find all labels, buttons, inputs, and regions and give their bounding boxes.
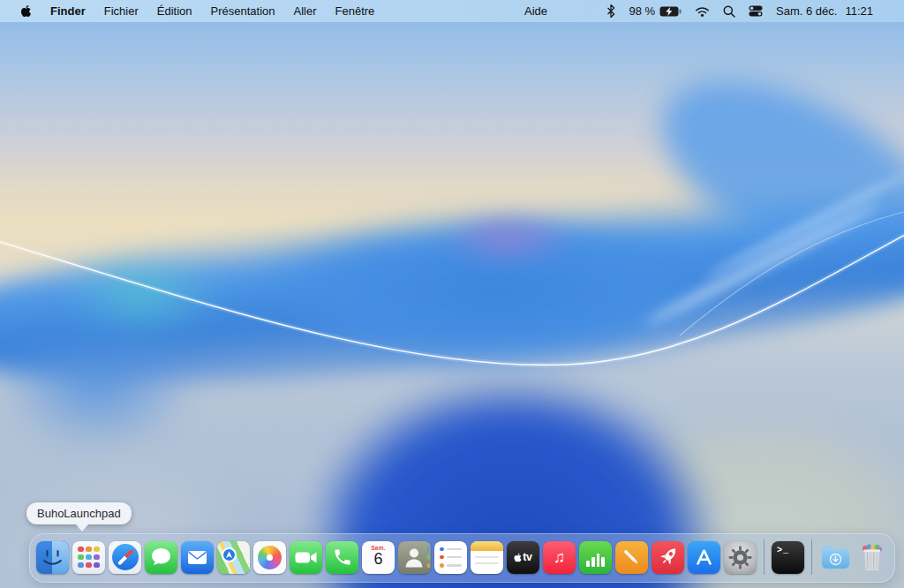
contacts-tab	[427, 554, 430, 560]
dock-icon-app-store[interactable]	[688, 541, 720, 574]
battery-status[interactable]: 98 %	[629, 4, 682, 18]
apple-logo-icon	[20, 4, 32, 18]
control-center-icon[interactable]	[749, 5, 763, 17]
dock-icon-facetime[interactable]	[290, 541, 322, 574]
launchpad-grid-icon	[78, 547, 100, 569]
search-icon[interactable]	[723, 5, 735, 18]
apple-menu[interactable]	[20, 0, 32, 22]
dock-icon-numbers[interactable]	[579, 541, 612, 574]
person-silhouette-icon	[398, 541, 431, 574]
wallpaper	[0, 0, 904, 588]
trash-full-icon	[855, 541, 888, 574]
wifi-icon[interactable]	[695, 5, 710, 17]
dock-icon-terminal[interactable]: >_	[772, 541, 804, 574]
menu-edition[interactable]: Édition	[157, 0, 192, 22]
dock-icon-maps[interactable]	[217, 541, 250, 574]
photos-flower-center	[267, 554, 273, 561]
contacts-tab	[427, 547, 430, 552]
dock-icon-reminders[interactable]	[434, 541, 467, 574]
maps-navigation-icon	[222, 547, 237, 562]
gear-icon	[724, 541, 757, 574]
dock-icon-apple-tv[interactable]: tv	[507, 541, 539, 574]
envelope-icon	[181, 541, 214, 574]
pen-icon	[615, 541, 648, 574]
menu-aide[interactable]: Aide	[524, 0, 547, 22]
download-arrow-icon	[819, 541, 852, 574]
bar-chart-icon	[586, 554, 605, 567]
dock-icon-messages[interactable]	[145, 541, 177, 574]
chat-bubble-icon	[145, 541, 177, 574]
dock-icon-pages[interactable]	[615, 541, 648, 574]
dock-icon-buholaunchpad[interactable]	[72, 541, 105, 574]
menu-bar: Finder Fichier Édition Présentation Alle…	[0, 0, 904, 22]
dock-icon-calendar[interactable]: Sam. 6	[362, 541, 395, 574]
menu-status-group: 98 % Sam. 6 déc. 11:21	[606, 0, 904, 22]
notes-line	[475, 562, 499, 565]
dock-icon-notes[interactable]	[471, 541, 503, 574]
contacts-tab	[427, 563, 430, 569]
menubar-clock[interactable]: Sam. 6 déc. 11:21	[776, 4, 873, 18]
clock-date: Sam. 6 déc.	[776, 4, 837, 18]
dock-icon-phone[interactable]	[326, 541, 358, 574]
dock-separator	[764, 539, 765, 575]
dock-icon-downloads[interactable]	[819, 541, 852, 574]
dock-tooltip: BuhoLaunchpad	[26, 502, 132, 524]
music-note-icon: ♫	[554, 548, 566, 567]
apple-tv-label: tv	[523, 551, 532, 563]
desktop: Finder Fichier Édition Présentation Alle…	[0, 0, 904, 588]
menu-finder[interactable]: Finder	[50, 0, 86, 22]
wallpaper-wave-lines	[0, 0, 904, 588]
dock-icon-mail[interactable]	[181, 541, 214, 574]
reminders-list-icon	[440, 547, 462, 568]
notes-header-band	[471, 541, 503, 551]
battery-percent: 98 %	[629, 4, 655, 18]
dock: Sam. 6 tv	[29, 533, 895, 583]
phone-handset-icon	[332, 547, 352, 568]
menu-presentation[interactable]: Présentation	[211, 0, 275, 22]
menu-aller[interactable]: Aller	[294, 0, 317, 22]
notes-line	[475, 556, 499, 559]
dock-icon-finder[interactable]	[36, 541, 69, 574]
apple-logo-icon	[514, 553, 522, 562]
finder-face-icon	[36, 541, 69, 574]
app-store-a-icon	[688, 541, 720, 574]
video-camera-icon	[290, 541, 322, 574]
menu-fichier[interactable]: Fichier	[104, 0, 139, 22]
menu-left-group: Finder Fichier Édition Présentation Alle…	[0, 0, 374, 22]
rocket-icon	[652, 541, 684, 574]
calendar-day: 6	[362, 550, 395, 569]
terminal-prompt-icon: >_	[777, 546, 789, 555]
dock-icon-buhocleaner[interactable]	[652, 541, 684, 574]
menu-fenetre[interactable]: Fenêtre	[335, 0, 375, 22]
dock-icon-system-settings[interactable]	[724, 541, 757, 574]
dock-icon-trash[interactable]	[855, 541, 888, 574]
battery-charging-icon	[659, 6, 682, 17]
dock-icon-contacts[interactable]	[398, 541, 431, 574]
bluetooth-icon[interactable]	[606, 4, 615, 18]
clock-time: 11:21	[845, 4, 873, 18]
dock-tooltip-text: BuhoLaunchpad	[37, 507, 121, 520]
dock-icon-safari[interactable]	[109, 541, 141, 574]
dock-separator	[811, 539, 812, 575]
dock-icon-photos[interactable]	[253, 541, 286, 574]
dock-icon-music[interactable]: ♫	[543, 541, 576, 574]
